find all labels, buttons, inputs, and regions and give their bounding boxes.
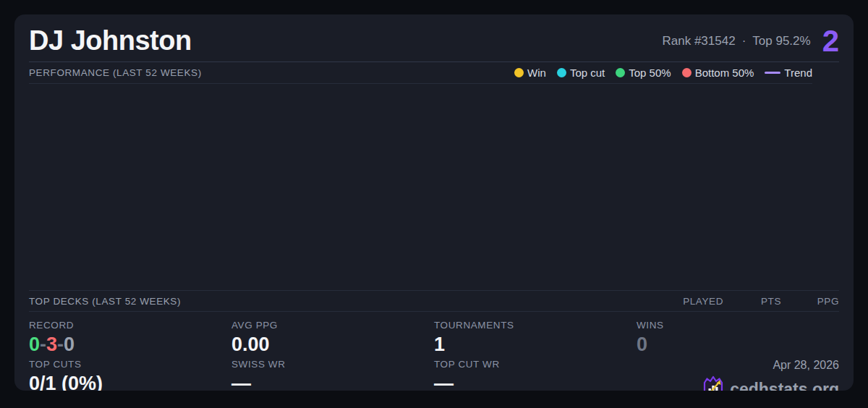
stat-swiss-wr: SWISS WR — — [231, 358, 434, 391]
legend-item-trend: Trend — [765, 67, 812, 79]
footer-branding: Apr 28, 2026 cedhstats.org — [637, 358, 839, 391]
stat-top-cuts: TOP CUTS 0/1 (0%) — [29, 358, 231, 391]
performance-header: PERFORMANCE (LAST 52 WEEKS) Win Top cut … — [29, 62, 812, 84]
record-losses: 3 — [46, 333, 57, 355]
column-header-played: PLAYED — [665, 296, 723, 307]
card-header: DJ Johnston Rank #31542 · Top 95.2% 2 — [29, 14, 839, 62]
stats-grid: RECORD 0-3-0 AVG PPG 0.00 TOURNAMENTS 1 … — [29, 312, 839, 391]
win-dot-icon — [514, 68, 524, 77]
record-value: 0-3-0 — [29, 333, 231, 355]
performance-title: PERFORMANCE (LAST 52 WEEKS) — [29, 67, 202, 78]
top-cut-dot-icon — [557, 68, 566, 77]
performance-section: PERFORMANCE (LAST 52 WEEKS) Win Top cut … — [29, 62, 812, 290]
performance-chart-empty — [29, 84, 812, 290]
generated-date: Apr 28, 2026 — [773, 358, 839, 373]
top-percent-label: Top 95.2% — [752, 34, 810, 48]
player-stats-card: DJ Johnston Rank #31542 · Top 95.2% 2 PE… — [14, 14, 854, 391]
rank-summary: Rank #31542 · Top 95.2% 2 — [662, 26, 839, 56]
record-draws: 0 — [64, 333, 75, 355]
stat-record: RECORD 0-3-0 — [29, 319, 231, 358]
crown-shield-chart-icon — [702, 375, 724, 391]
stat-wins: WINS 0 — [637, 319, 839, 358]
legend-item-top-cut: Top cut — [557, 67, 605, 79]
page-title: DJ Johnston — [29, 25, 192, 56]
brand-row: cedhstats.org — [702, 375, 839, 391]
legend-item-win: Win — [514, 67, 546, 79]
brand-name: cedhstats.org — [730, 380, 839, 391]
column-header-pts: PTS — [723, 296, 781, 307]
top-decks-title: TOP DECKS (LAST 52 WEEKS) — [29, 296, 665, 307]
score-badge: 2 — [822, 26, 839, 56]
top50-dot-icon — [616, 68, 625, 77]
column-header-ppg: PPG — [781, 296, 839, 307]
stat-tournaments: TOURNAMENTS 1 — [434, 319, 637, 358]
rank-label: Rank #31542 — [662, 34, 735, 48]
legend-item-top50: Top 50% — [616, 67, 671, 79]
chart-legend: Win Top cut Top 50% Bottom 50% Trend — [514, 67, 812, 79]
rank-separator: · — [742, 34, 746, 48]
top-decks-header: TOP DECKS (LAST 52 WEEKS) PLAYED PTS PPG — [29, 290, 839, 312]
stat-avg-ppg: AVG PPG 0.00 — [231, 319, 434, 358]
legend-item-bottom50: Bottom 50% — [682, 67, 754, 79]
trend-line-icon — [765, 72, 780, 74]
record-wins: 0 — [29, 333, 40, 355]
bottom50-dot-icon — [682, 68, 692, 77]
stat-top-cut-wr: TOP CUT WR — — [434, 358, 637, 391]
